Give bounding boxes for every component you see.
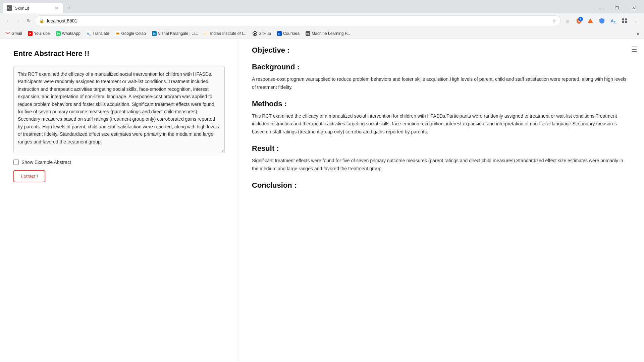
background-heading: Background : — [252, 63, 631, 71]
conclusion-heading: Conclusion : — [252, 181, 631, 190]
svg-text:I: I — [205, 33, 205, 36]
gmail-label: Gmail — [11, 31, 22, 36]
menu-icon[interactable]: ☰ — [631, 46, 637, 53]
bookmark-ml[interactable]: ML Machine Learning P... — [303, 30, 353, 37]
right-panel: ☰ Objective : Background : A response-co… — [238, 39, 644, 362]
checkbox-row: Show Example Abstract — [13, 160, 225, 165]
bookmark-colab[interactable]: Google Colab — [112, 30, 148, 37]
bookmarks-bar: Gmail YouTube W WhatsApp — [0, 28, 644, 39]
extensions-puzzle-icon[interactable] — [619, 15, 630, 26]
svg-text:W: W — [57, 32, 60, 36]
bookmark-coursera[interactable]: C Coursera — [274, 30, 302, 37]
minimize-button[interactable]: — — [592, 3, 608, 13]
colab-icon — [115, 31, 120, 36]
lock-icon: 🔒 — [39, 18, 44, 23]
svg-text:in: in — [153, 32, 156, 36]
svg-rect-5 — [625, 18, 627, 20]
svg-marker-1 — [588, 18, 593, 23]
abstract-textarea[interactable] — [13, 66, 225, 153]
maximize-button[interactable]: ❐ — [609, 3, 625, 13]
tab-close-button[interactable]: ✕ — [54, 5, 59, 11]
search-icon-button[interactable]: ⌕ — [562, 15, 573, 26]
address-bar-url: localhost:8501 — [47, 18, 549, 23]
svg-text:ML: ML — [306, 33, 310, 35]
left-panel: Entre Abstract Here !! Show Example Abst… — [0, 39, 238, 362]
window-controls: — ❐ ✕ — [592, 3, 641, 13]
reload-button[interactable]: ↻ — [24, 16, 34, 25]
bookmark-linkedin[interactable]: in Vishal Karangale | Li... — [149, 30, 201, 37]
address-bar-row: ‹ › ↻ 🔒 localhost:8501 ☆ ⌕ B 1 — [0, 13, 644, 28]
bookmark-github[interactable]: GitHub — [250, 30, 274, 37]
translate-label: Translate — [93, 31, 109, 36]
new-tab-button[interactable]: + — [64, 3, 74, 13]
bookmark-star-icon[interactable]: ☆ — [552, 18, 556, 23]
result-heading: Result : — [252, 144, 631, 153]
example-abstract-checkbox[interactable] — [13, 160, 19, 165]
bookmarks-more-button[interactable]: » — [635, 29, 641, 38]
svg-rect-7 — [625, 21, 627, 23]
ml-label: Machine Learning P... — [312, 31, 350, 36]
forward-button[interactable]: › — [13, 16, 23, 25]
iit-label: Indian Institute of I... — [210, 31, 246, 36]
background-text: A response-cost program was applied to r… — [252, 75, 631, 92]
gmail-icon — [5, 31, 10, 36]
bookmark-youtube[interactable]: YouTube — [25, 30, 52, 37]
youtube-label: YouTube — [34, 31, 50, 36]
result-text: Significant treatment effects were found… — [252, 157, 631, 173]
methods-text: This RCT examined the efficacy of a manu… — [252, 112, 631, 136]
svg-rect-6 — [622, 21, 624, 23]
translate-bm-icon: A 文 — [87, 31, 91, 36]
svg-text:文: 文 — [613, 21, 616, 24]
colab-label: Google Colab — [121, 31, 146, 36]
svg-rect-4 — [622, 18, 624, 20]
address-bar[interactable]: 🔒 localhost:8501 ☆ — [35, 15, 561, 26]
bookmark-whatsapp[interactable]: W WhatsApp — [53, 30, 83, 37]
brave-shield-badge: 1 — [578, 17, 583, 21]
whatsapp-icon: W — [56, 31, 61, 36]
coursera-icon: C — [277, 31, 282, 36]
iit-icon: I — [204, 31, 209, 36]
page-content: Entre Abstract Here !! Show Example Abst… — [0, 39, 644, 362]
linkedin-label: Vishal Karangale | Li... — [158, 31, 198, 36]
svg-text:文: 文 — [89, 34, 91, 36]
browser-chrome: S SkimLit ✕ + — ❐ ✕ ‹ › ↻ 🔒 localhost:85… — [0, 0, 644, 39]
extract-button[interactable]: Extract ! — [13, 170, 45, 182]
vpn-shield-icon[interactable] — [596, 15, 607, 26]
whatsapp-label: WhatsApp — [62, 31, 80, 36]
tab-favicon: S — [7, 5, 12, 11]
github-icon — [253, 31, 257, 36]
coursera-label: Coursera — [283, 31, 300, 36]
objective-heading: Objective : — [252, 46, 631, 55]
toolbar-icons: ⌕ B 1 A 文 — [562, 15, 641, 26]
svg-text:C: C — [278, 33, 280, 36]
tab-bar: S SkimLit ✕ + — ❐ ✕ — [0, 0, 644, 13]
tab-title: SkimLit — [15, 6, 51, 11]
bookmark-translate[interactable]: A 文 Translate — [84, 30, 112, 37]
youtube-icon — [28, 31, 33, 36]
ml-icon: ML — [306, 31, 310, 36]
brave-shield-icon[interactable]: B 1 — [574, 15, 584, 26]
close-button[interactable]: ✕ — [626, 3, 641, 13]
linkedin-icon: in — [152, 31, 157, 36]
github-label: GitHub — [259, 31, 271, 36]
browser-tab-active[interactable]: S SkimLit ✕ — [3, 3, 63, 13]
abstract-textarea-wrapper — [13, 66, 225, 154]
bookmark-iit[interactable]: I Indian Institute of I... — [201, 30, 249, 37]
methods-heading: Methods : — [252, 100, 631, 108]
hamburger-menu-icon[interactable]: ⋮ — [631, 15, 641, 26]
back-button[interactable]: ‹ — [3, 16, 12, 25]
translate-icon[interactable]: A 文 — [608, 15, 619, 26]
svg-point-18 — [117, 33, 119, 35]
page-title: Entre Abstract Here !! — [13, 49, 225, 58]
brave-triangle-icon[interactable] — [585, 15, 596, 26]
checkbox-label[interactable]: Show Example Abstract — [21, 160, 71, 165]
bookmark-gmail[interactable]: Gmail — [3, 30, 24, 37]
